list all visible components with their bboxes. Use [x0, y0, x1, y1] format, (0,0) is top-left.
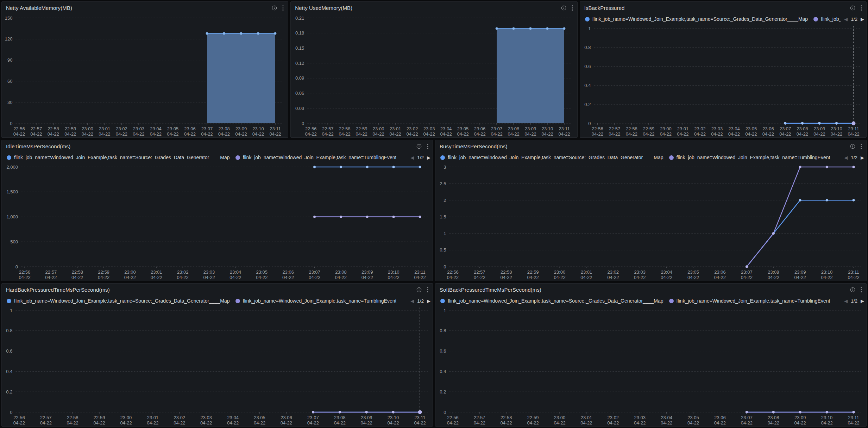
legend-item-tumbling[interactable]: flink_job_name=Windowed_Join_Example,tas… — [235, 155, 428, 160]
kebab-menu-icon[interactable] — [282, 5, 284, 11]
kebab-menu-icon[interactable] — [572, 5, 573, 11]
svg-text:23:0504-22: 23:0504-22 — [687, 415, 699, 426]
kebab-menu-icon[interactable] — [861, 5, 862, 11]
kebab-menu-icon[interactable] — [427, 287, 428, 293]
chart-hard-back-pressured[interactable]: 00.20.40.60.8122:5604-2222:5704-2222:580… — [2, 306, 433, 426]
page-indicator: 1/2 — [851, 298, 857, 304]
panel-title[interactable]: IdleTimeMsPerSecond(ms) — [6, 143, 70, 149]
info-icon[interactable] — [850, 5, 855, 11]
svg-text:22:5704-22: 22:5704-22 — [45, 269, 57, 280]
legend: flink_job_name=Windowed_Join_Example,tas… — [435, 152, 866, 163]
legend-item-source-map[interactable]: flink_job_name=Windowed_Join_Example,tas… — [7, 155, 230, 160]
series-dot-purple — [669, 299, 674, 303]
legend-label: flink_job_name=Windowed_Join_Example,tas… — [677, 155, 830, 160]
svg-text:23:0304-22: 23:0304-22 — [634, 269, 646, 280]
next-page-icon[interactable]: ▶ — [861, 155, 864, 160]
panel-soft-back-pressured: SoftBackPressuredTimeMsPerSecond(ms) fli… — [435, 283, 867, 427]
info-icon[interactable] — [272, 5, 277, 11]
svg-text:23:0404-22: 23:0404-22 — [661, 269, 672, 280]
svg-text:23:0204-22: 23:0204-22 — [177, 269, 189, 280]
panel-title[interactable]: SoftBackPressuredTimeMsPerSecond(ms) — [440, 287, 541, 293]
next-page-icon[interactable]: ▶ — [427, 299, 430, 303]
legend-item-source-map[interactable]: flink_job_name=Windowed_Join_Example,tas… — [440, 155, 663, 160]
legend-item-source-map[interactable]: flink_job_name=Windowed_Join_Example,tas… — [585, 16, 808, 22]
svg-text:22:5704-22: 22:5704-22 — [322, 126, 334, 137]
panel-title[interactable]: BusyTimeMsPerSecond(ms) — [440, 143, 508, 149]
legend-item-source-map[interactable]: flink_job_name=Windowed_Join_Example,tas… — [7, 298, 230, 304]
panel-actions — [850, 143, 862, 149]
legend-item-source-map[interactable]: flink_job_name=Windowed_Join_Example,tas… — [440, 298, 663, 304]
next-page-icon[interactable]: ▶ — [861, 17, 864, 21]
prev-page-icon[interactable]: ◀ — [410, 155, 414, 160]
svg-text:23:0004-22: 23:0004-22 — [124, 269, 136, 280]
next-page-icon[interactable]: ▶ — [427, 155, 430, 160]
prev-page-icon[interactable]: ◀ — [410, 299, 414, 303]
svg-text:22:5804-22: 22:5804-22 — [339, 126, 351, 137]
svg-text:23:0804-22: 23:0804-22 — [768, 269, 779, 280]
info-icon[interactable] — [416, 144, 422, 149]
svg-text:23:0204-22: 23:0204-22 — [607, 269, 619, 280]
svg-text:23:0404-22: 23:0404-22 — [440, 126, 452, 137]
info-icon[interactable] — [850, 144, 855, 149]
svg-text:23:0404-22: 23:0404-22 — [728, 126, 740, 137]
chart-soft-back-pressured[interactable]: 00.20.40.60.8122:5604-2222:5704-2222:580… — [435, 306, 866, 426]
panel-actions — [416, 143, 428, 149]
svg-text:23:0504-22: 23:0504-22 — [745, 126, 757, 137]
kebab-menu-icon[interactable] — [861, 287, 862, 293]
panel-idle-time: IdleTimeMsPerSecond(ms) flink_job_name=W… — [1, 140, 433, 281]
panel-header: Netty AvailableMemory(MB) — [2, 2, 288, 14]
chart-idle-time[interactable]: 05001,0001,5002,00022:5604-2222:5704-222… — [2, 163, 433, 281]
svg-text:23:0804-22: 23:0804-22 — [218, 126, 230, 137]
svg-text:23:0004-22: 23:0004-22 — [660, 126, 671, 137]
svg-text:23:0004-22: 23:0004-22 — [554, 415, 565, 426]
legend-item-tumbling[interactable]: flink_job_name=Windowed_Join_Example,tas… — [235, 298, 428, 304]
legend-item-tumbling[interactable]: flink_job_name=Windowed_Join_Example,tas… — [669, 298, 862, 304]
panel-title[interactable]: HardBackPressuredTimeMsPerSecond(ms) — [6, 287, 110, 293]
panel-title[interactable]: Netty AvailableMemory(MB) — [6, 5, 72, 11]
svg-text:23:0404-22: 23:0404-22 — [227, 415, 239, 426]
svg-text:23:0304-22: 23:0304-22 — [203, 269, 215, 280]
svg-text:1: 1 — [588, 26, 591, 31]
series-dot-blue — [440, 155, 445, 160]
svg-text:22:5904-22: 22:5904-22 — [356, 126, 367, 137]
svg-text:22:5604-22: 22:5604-22 — [305, 126, 317, 137]
kebab-menu-icon[interactable] — [427, 143, 428, 149]
chart-busy-time[interactable]: 00.511.522.5322:5604-2222:5704-2222:5804… — [435, 163, 866, 281]
legend-label: flink_job_name=Windowed_Join_Example,tas… — [592, 16, 808, 22]
prev-page-icon[interactable]: ◀ — [844, 299, 848, 303]
chart-netty-available-memory[interactable]: 030609012015022:5604-2222:5704-2222:5804… — [2, 14, 288, 137]
svg-text:1.5: 1.5 — [440, 214, 446, 219]
svg-text:23:1004-22: 23:1004-22 — [831, 126, 842, 137]
legend-label: flink_job_name=Windowed_Join_Example,tas… — [14, 155, 230, 160]
info-icon[interactable] — [416, 287, 422, 292]
svg-text:23:0504-22: 23:0504-22 — [687, 269, 699, 280]
svg-text:22:5704-22: 22:5704-22 — [474, 415, 485, 426]
svg-text:23:0204-22: 23:0204-22 — [174, 415, 185, 426]
svg-text:0.12: 0.12 — [295, 61, 304, 66]
svg-text:22:5904-22: 22:5904-22 — [64, 126, 76, 137]
kebab-menu-icon[interactable] — [861, 143, 862, 149]
svg-text:23:0704-22: 23:0704-22 — [741, 269, 753, 280]
next-page-icon[interactable]: ▶ — [861, 299, 864, 303]
chart-is-back-pressured[interactable]: 00.20.40.60.8122:5604-2222:5704-2222:580… — [580, 24, 866, 137]
svg-text:23:0204-22: 23:0204-22 — [116, 126, 127, 137]
panel-header: SoftBackPressuredTimeMsPerSecond(ms) — [435, 284, 866, 296]
chart-netty-used-memory[interactable]: 00.030.060.090.120.150.180.2122:5604-222… — [291, 14, 577, 137]
svg-text:23:0704-22: 23:0704-22 — [307, 415, 319, 426]
svg-text:23:0804-22: 23:0804-22 — [508, 126, 520, 137]
svg-text:23:0304-22: 23:0304-22 — [133, 126, 144, 137]
legend-item-tumbling[interactable]: flink_job_name=Windowed_Join_Example,tas… — [669, 155, 862, 160]
svg-text:23:0904-22: 23:0904-22 — [361, 415, 372, 426]
panel-title[interactable]: Netty UsedMemory(MB) — [295, 5, 352, 11]
svg-text:23:0704-22: 23:0704-22 — [741, 415, 753, 426]
info-icon[interactable] — [850, 287, 855, 292]
panel-title[interactable]: IsBackPressured — [584, 5, 625, 11]
info-icon[interactable] — [561, 5, 566, 11]
svg-text:22:5604-22: 22:5604-22 — [591, 126, 603, 137]
svg-text:22:5904-22: 22:5904-22 — [643, 126, 654, 137]
page-indicator: 1/2 — [417, 298, 424, 304]
prev-page-icon[interactable]: ◀ — [844, 155, 848, 160]
prev-page-icon[interactable]: ◀ — [844, 17, 848, 21]
series-dot-blue — [7, 155, 11, 160]
svg-text:23:1104-22: 23:1104-22 — [559, 126, 570, 137]
